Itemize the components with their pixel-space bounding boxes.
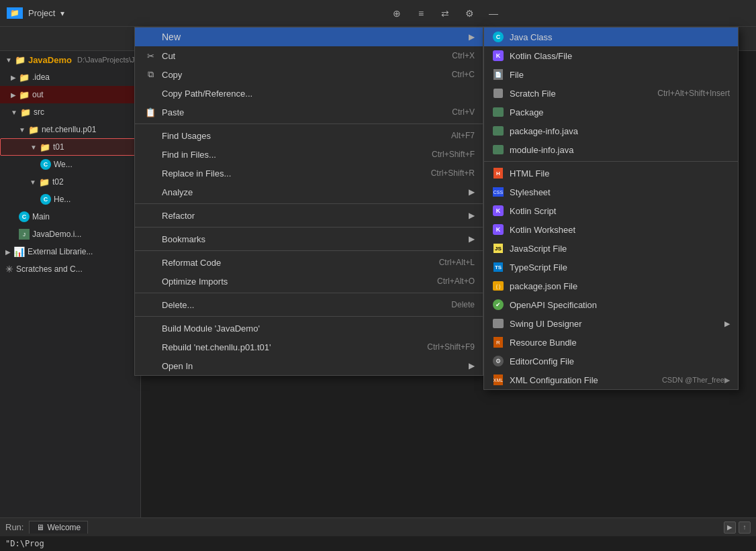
menu-copy-path-label: Copy Path/Reference...	[162, 89, 475, 99]
sidebar-item-src[interactable]: ▼ 📁 src	[0, 103, 140, 121]
copy-icon: ⧉	[148, 69, 154, 80]
menu-item-optimize[interactable]: Optimize Imports Ctrl+Alt+O	[135, 272, 483, 291]
menu-analyze-label: Analyze	[162, 187, 469, 197]
submenu: C Java Class K Kotlin Class/File 📄 File …	[483, 27, 739, 390]
submenu-item-javascript[interactable]: JS JavaScript File	[484, 239, 738, 258]
menu-item-copy-path[interactable]: Copy Path/Reference...	[135, 84, 483, 103]
settings-list-icon[interactable]: ≡	[414, 7, 428, 20]
scratch-file-icon	[493, 89, 503, 98]
sidebar-item-javademo[interactable]: ▼ 📁 JavaDemo D:\JavaProjects\JavaDemo	[0, 51, 140, 68]
context-menu: New ▶ ✂ Cut Ctrl+X ⧉ Copy Ctrl+C Copy Pa…	[134, 27, 483, 376]
openapi-file-icon: ✔	[493, 299, 504, 310]
menu-reformat-shortcut: Ctrl+Alt+L	[439, 258, 475, 267]
menu-item-new[interactable]: New ▶	[135, 28, 483, 46]
submenu-item-kotlin-worksheet[interactable]: K Kotlin Worksheet	[484, 220, 738, 239]
sidebar-item-package[interactable]: ▼ 📁 net.chenllu.p01	[0, 121, 140, 138]
submenu-item-file[interactable]: 📄 File	[484, 65, 738, 84]
menu-item-find-in-files[interactable]: Find in Files... Ctrl+Shift+F	[135, 145, 483, 164]
menu-item-bookmarks[interactable]: Bookmarks ▶	[135, 230, 483, 248]
ext-lib-icon: 📊	[13, 246, 25, 257]
sidebar: ▼ 📁 JavaDemo D:\JavaProjects\JavaDemo ▶ …	[0, 51, 141, 517]
sidebar-item-main[interactable]: C Main	[0, 208, 140, 226]
submenu-item-module-info[interactable]: module-info.java	[484, 140, 738, 159]
minimize-icon[interactable]: —	[487, 7, 500, 20]
kotlin-worksheet-icon: K	[492, 223, 504, 236]
gear-icon[interactable]: ⚙	[463, 7, 476, 20]
globe-icon[interactable]: ⊕	[390, 7, 404, 20]
menu-item-build[interactable]: Build Module 'JavaDemo'	[135, 319, 483, 338]
menu-item-paste[interactable]: 📋 Paste Ctrl+V	[135, 103, 483, 121]
project-label[interactable]: Project	[28, 8, 55, 18]
refactor-arrow-icon: ▶	[469, 211, 475, 220]
sidebar-item-out[interactable]: ▶ 📁 out	[0, 86, 140, 103]
submenu-item-kotlin-class[interactable]: K Kotlin Class/File	[484, 46, 738, 65]
main-label: Main	[32, 212, 50, 221]
sidebar-item-welcome-file[interactable]: C We...	[0, 156, 140, 173]
menu-item-delete[interactable]: Delete... Delete	[135, 295, 483, 314]
sidebar-item-ext-lib[interactable]: ▶ 📊 External Librarie...	[0, 243, 140, 260]
sidebar-item-hello-file[interactable]: C He...	[0, 191, 140, 208]
submenu-item-package-info[interactable]: package-info.java	[484, 121, 738, 140]
k-worksheet-icon: K	[493, 224, 504, 235]
scratches-label: Scratches and C...	[16, 264, 83, 274]
submenu-item-html[interactable]: H HTML File	[484, 164, 738, 183]
submenu-item-kotlin-script[interactable]: K Kotlin Script	[484, 201, 738, 220]
stylesheet-icon: CSS	[492, 186, 504, 198]
submenu-item-package-json[interactable]: { } package.json File	[484, 277, 738, 295]
folder-icon-idea: 📁	[19, 72, 30, 83]
submenu-scratch-label: Scratch File	[510, 89, 652, 99]
menu-item-cut[interactable]: ✂ Cut Ctrl+X	[135, 46, 483, 65]
sidebar-item-javademo-iml[interactable]: J JavaDemo.i...	[0, 226, 140, 243]
menu-rebuild-label: Rebuild 'net.chenllu.p01.t01'	[162, 342, 427, 352]
submenu-package-info-label: package-info.java	[510, 126, 730, 136]
k-script-icon: K	[493, 205, 504, 216]
menu-item-copy[interactable]: ⧉ Copy Ctrl+C	[135, 65, 483, 84]
menu-paste-label: Paste	[162, 107, 452, 117]
file-icon: 📄	[492, 68, 504, 81]
submenu-item-typescript[interactable]: TS TypeScript File	[484, 258, 738, 277]
menu-optimize-shortcut: Ctrl+Alt+O	[437, 277, 475, 286]
submenu-package-label: Package	[510, 107, 730, 117]
sidebar-item-t01[interactable]: ▼ 📁 t01	[0, 138, 140, 156]
menu-item-replace-in-files[interactable]: Replace in Files... Ctrl+Shift+R	[135, 164, 483, 183]
menu-item-reformat[interactable]: Reformat Code Ctrl+Alt+L	[135, 253, 483, 272]
sidebar-item-scratches[interactable]: ✳ Scratches and C...	[0, 260, 140, 278]
sidebar-item-t02[interactable]: ▼ 📁 t02	[0, 173, 140, 191]
menu-item-refactor[interactable]: Refactor ▶	[135, 206, 483, 225]
play-button[interactable]: ▶	[724, 521, 736, 534]
swap-icon[interactable]: ⇄	[438, 7, 452, 20]
submenu-item-openapi[interactable]: ✔ OpenAPI Specification	[484, 295, 738, 314]
c-icon-hello: C	[40, 194, 51, 205]
chevron-down-icon-src: ▼	[11, 109, 17, 116]
menu-separator-6	[135, 316, 483, 317]
submenu-item-stylesheet[interactable]: CSS Stylesheet	[484, 183, 738, 201]
menu-item-find-usages[interactable]: Find Usages Alt+F7	[135, 126, 483, 145]
chevron-right-icon-ext: ▶	[5, 248, 11, 256]
javademo-iml-label: JavaDemo.i...	[32, 230, 81, 239]
css-icon: CSS	[493, 187, 504, 197]
sidebar-item-idea[interactable]: ▶ 📁 .idea	[0, 68, 140, 86]
submenu-html-label: HTML File	[510, 168, 730, 179]
stop-button[interactable]: ↑	[739, 521, 751, 534]
submenu-item-java-class[interactable]: C Java Class	[484, 28, 738, 46]
menu-item-analyze[interactable]: Analyze ▶	[135, 183, 483, 201]
submenu-item-editorconfig[interactable]: ⚙ EditorConfig File	[484, 352, 738, 370]
xml-icon: XML	[492, 374, 504, 386]
pkg-info-icon	[493, 126, 504, 136]
out-label: out	[32, 90, 44, 99]
submenu-scratch-shortcut: Ctrl+Alt+Shift+Insert	[657, 89, 730, 98]
project-dropdown-arrow[interactable]: ▾	[60, 9, 64, 18]
run-tab-welcome[interactable]: 🖥 Welcome	[29, 521, 88, 534]
menu-item-open-in[interactable]: Open In ▶	[135, 356, 483, 375]
scratches-icon: ✳	[5, 264, 13, 274]
java-class-icon: C	[492, 31, 504, 43]
submenu-item-package[interactable]: Package	[484, 103, 738, 121]
submenu-item-swing[interactable]: Swing UI Designer ▶	[484, 314, 738, 333]
submenu-item-resource[interactable]: R Resource Bundle	[484, 333, 738, 352]
cut-icon: ✂	[147, 51, 154, 61]
menu-item-rebuild[interactable]: Rebuild 'net.chenllu.p01.t01' Ctrl+Shift…	[135, 338, 483, 356]
submenu-item-xml[interactable]: XML XML Configuration File CSDN @Ther_fr…	[484, 370, 738, 389]
submenu-item-scratch[interactable]: Scratch File Ctrl+Alt+Shift+Insert	[484, 84, 738, 103]
resource-icon: R	[492, 336, 504, 348]
chevron-down-icon-t02: ▼	[30, 179, 36, 186]
